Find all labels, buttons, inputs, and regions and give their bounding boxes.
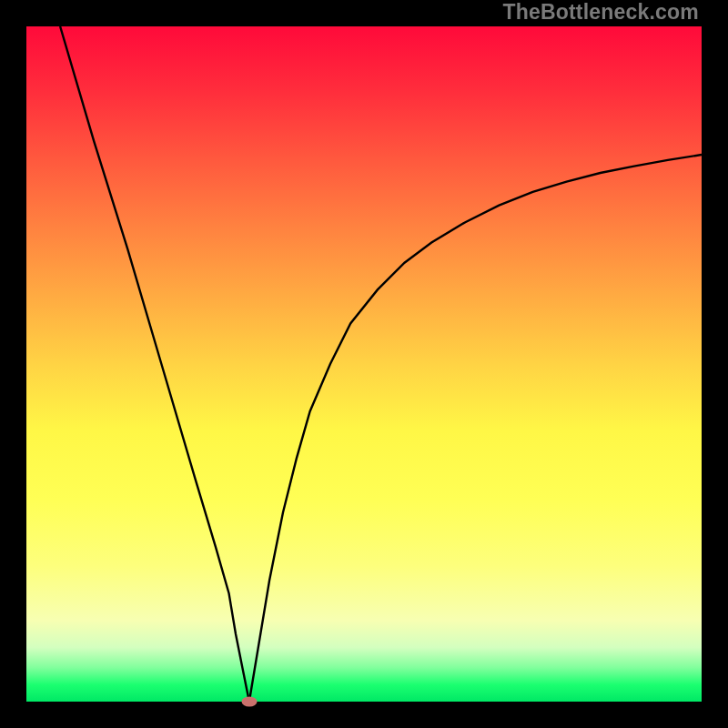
watermark-label: TheBottleneck.com xyxy=(502,0,699,25)
chart-frame: TheBottleneck.com xyxy=(0,0,728,728)
curve-layer xyxy=(26,26,702,702)
plot-area xyxy=(26,26,702,702)
optimal-point-marker xyxy=(241,697,257,707)
bottleneck-curve-right xyxy=(249,155,702,702)
bottleneck-curve-left xyxy=(60,26,249,702)
